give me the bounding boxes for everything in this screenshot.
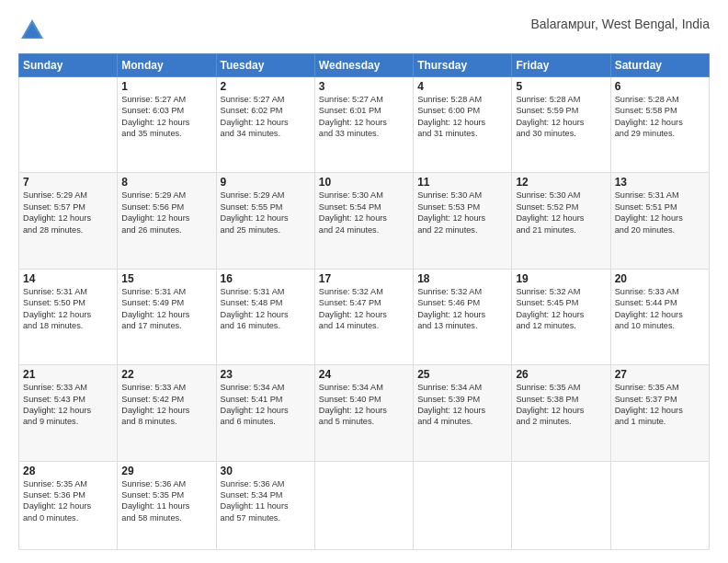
header-row: SundayMondayTuesdayWednesdayThursdayFrid…: [19, 54, 710, 77]
day-number: 2: [221, 80, 311, 93]
sub-title: Balarамpur, West Bengal, India: [530, 17, 710, 31]
page: Balarамpur, West Bengal, India SundayMon…: [0, 0, 728, 563]
day-number: 14: [23, 272, 113, 285]
cell-content: Sunrise: 5:33 AM Sunset: 5:44 PM Dayligh…: [615, 286, 705, 332]
calendar-cell: 2Sunrise: 5:27 AM Sunset: 6:02 PM Daylig…: [216, 77, 314, 173]
day-number: 6: [615, 80, 705, 93]
day-number: 22: [121, 368, 211, 381]
day-number: 23: [221, 368, 311, 381]
cell-content: Sunrise: 5:34 AM Sunset: 5:39 PM Dayligh…: [417, 382, 507, 428]
cell-content: Sunrise: 5:35 AM Sunset: 5:36 PM Dayligh…: [23, 478, 113, 524]
cell-content: Sunrise: 5:29 AM Sunset: 5:57 PM Dayligh…: [23, 190, 113, 236]
calendar-cell: 12Sunrise: 5:30 AM Sunset: 5:52 PM Dayli…: [512, 173, 610, 269]
day-number: 4: [417, 80, 507, 93]
day-number: 16: [221, 272, 311, 285]
day-number: 13: [615, 176, 705, 189]
calendar-cell: [19, 77, 118, 173]
day-number: 20: [615, 272, 705, 285]
cell-content: Sunrise: 5:27 AM Sunset: 6:01 PM Dayligh…: [319, 94, 409, 140]
day-header: Wednesday: [314, 54, 413, 77]
header: Balarамpur, West Bengal, India: [18, 17, 710, 44]
day-number: 24: [319, 368, 409, 381]
logo: [18, 17, 51, 44]
day-header: Sunday: [19, 54, 118, 77]
calendar-cell: 27Sunrise: 5:35 AM Sunset: 5:37 PM Dayli…: [610, 365, 709, 461]
day-number: 26: [516, 368, 606, 381]
day-header: Tuesday: [216, 54, 314, 77]
calendar-cell: 15Sunrise: 5:31 AM Sunset: 5:49 PM Dayli…: [118, 269, 216, 364]
calendar-cell: 6Sunrise: 5:28 AM Sunset: 5:58 PM Daylig…: [610, 77, 709, 173]
title-block: Balarамpur, West Bengal, India: [530, 17, 710, 31]
calendar-cell: 3Sunrise: 5:27 AM Sunset: 6:01 PM Daylig…: [314, 77, 413, 173]
cell-content: Sunrise: 5:36 AM Sunset: 5:34 PM Dayligh…: [221, 478, 311, 524]
cell-content: Sunrise: 5:30 AM Sunset: 5:53 PM Dayligh…: [417, 190, 507, 236]
calendar-cell: 29Sunrise: 5:36 AM Sunset: 5:35 PM Dayli…: [118, 461, 216, 549]
cell-content: Sunrise: 5:30 AM Sunset: 5:52 PM Dayligh…: [516, 190, 606, 236]
calendar-cell: 9Sunrise: 5:29 AM Sunset: 5:55 PM Daylig…: [216, 173, 314, 269]
day-number: 19: [516, 272, 606, 285]
svg-rect-2: [27, 35, 38, 38]
calendar-cell: 11Sunrise: 5:30 AM Sunset: 5:53 PM Dayli…: [414, 173, 512, 269]
cell-content: Sunrise: 5:35 AM Sunset: 5:37 PM Dayligh…: [615, 382, 705, 428]
day-number: 3: [319, 80, 409, 93]
calendar-cell: 5Sunrise: 5:28 AM Sunset: 5:59 PM Daylig…: [512, 77, 610, 173]
day-number: 21: [23, 368, 113, 381]
calendar-cell: 26Sunrise: 5:35 AM Sunset: 5:38 PM Dayli…: [512, 365, 610, 461]
calendar-cell: 13Sunrise: 5:31 AM Sunset: 5:51 PM Dayli…: [610, 173, 709, 269]
day-number: 5: [516, 80, 606, 93]
cell-content: Sunrise: 5:34 AM Sunset: 5:40 PM Dayligh…: [319, 382, 409, 428]
calendar-cell: 10Sunrise: 5:30 AM Sunset: 5:54 PM Dayli…: [314, 173, 413, 269]
logo-icon: [18, 17, 46, 44]
calendar-cell: 25Sunrise: 5:34 AM Sunset: 5:39 PM Dayli…: [414, 365, 512, 461]
calendar-cell: 16Sunrise: 5:31 AM Sunset: 5:48 PM Dayli…: [216, 269, 314, 364]
day-number: 27: [615, 368, 705, 381]
calendar-cell: [610, 461, 709, 549]
calendar-cell: 4Sunrise: 5:28 AM Sunset: 6:00 PM Daylig…: [414, 77, 512, 173]
cell-content: Sunrise: 5:33 AM Sunset: 5:42 PM Dayligh…: [121, 382, 211, 428]
day-number: 18: [417, 272, 507, 285]
cell-content: Sunrise: 5:34 AM Sunset: 5:41 PM Dayligh…: [221, 382, 311, 428]
cell-content: Sunrise: 5:36 AM Sunset: 5:35 PM Dayligh…: [121, 478, 211, 524]
calendar-cell: 1Sunrise: 5:27 AM Sunset: 6:03 PM Daylig…: [118, 77, 216, 173]
calendar-cell: 7Sunrise: 5:29 AM Sunset: 5:57 PM Daylig…: [19, 173, 118, 269]
cell-content: Sunrise: 5:28 AM Sunset: 6:00 PM Dayligh…: [417, 94, 507, 140]
cell-content: Sunrise: 5:31 AM Sunset: 5:51 PM Dayligh…: [615, 190, 705, 236]
calendar-cell: 20Sunrise: 5:33 AM Sunset: 5:44 PM Dayli…: [610, 269, 709, 364]
calendar-cell: 30Sunrise: 5:36 AM Sunset: 5:34 PM Dayli…: [216, 461, 314, 549]
cell-content: Sunrise: 5:28 AM Sunset: 5:59 PM Dayligh…: [516, 94, 606, 140]
cell-content: Sunrise: 5:27 AM Sunset: 6:02 PM Dayligh…: [221, 94, 311, 140]
calendar-cell: 22Sunrise: 5:33 AM Sunset: 5:42 PM Dayli…: [118, 365, 216, 461]
day-number: 17: [319, 272, 409, 285]
calendar-cell: 19Sunrise: 5:32 AM Sunset: 5:45 PM Dayli…: [512, 269, 610, 364]
cell-content: Sunrise: 5:32 AM Sunset: 5:47 PM Dayligh…: [319, 286, 409, 332]
calendar-cell: 23Sunrise: 5:34 AM Sunset: 5:41 PM Dayli…: [216, 365, 314, 461]
day-header: Monday: [118, 54, 216, 77]
day-number: 28: [23, 465, 113, 477]
cell-content: Sunrise: 5:31 AM Sunset: 5:50 PM Dayligh…: [23, 286, 113, 332]
day-number: 9: [221, 176, 311, 189]
day-number: 1: [121, 80, 211, 93]
calendar-cell: [512, 461, 610, 549]
day-number: 8: [121, 176, 211, 189]
day-number: 7: [23, 176, 113, 189]
day-number: 30: [221, 465, 311, 477]
calendar-cell: 17Sunrise: 5:32 AM Sunset: 5:47 PM Dayli…: [314, 269, 413, 364]
calendar-cell: 21Sunrise: 5:33 AM Sunset: 5:43 PM Dayli…: [19, 365, 118, 461]
day-number: 10: [319, 176, 409, 189]
calendar-cell: 24Sunrise: 5:34 AM Sunset: 5:40 PM Dayli…: [314, 365, 413, 461]
day-number: 11: [417, 176, 507, 189]
calendar-table: SundayMondayTuesdayWednesdayThursdayFrid…: [18, 53, 710, 550]
calendar-cell: 14Sunrise: 5:31 AM Sunset: 5:50 PM Dayli…: [19, 269, 118, 364]
cell-content: Sunrise: 5:33 AM Sunset: 5:43 PM Dayligh…: [23, 382, 113, 428]
cell-content: Sunrise: 5:35 AM Sunset: 5:38 PM Dayligh…: [516, 382, 606, 428]
cell-content: Sunrise: 5:28 AM Sunset: 5:58 PM Dayligh…: [615, 94, 705, 140]
cell-content: Sunrise: 5:32 AM Sunset: 5:46 PM Dayligh…: [417, 286, 507, 332]
cell-content: Sunrise: 5:31 AM Sunset: 5:48 PM Dayligh…: [221, 286, 311, 332]
cell-content: Sunrise: 5:32 AM Sunset: 5:45 PM Dayligh…: [516, 286, 606, 332]
cell-content: Sunrise: 5:31 AM Sunset: 5:49 PM Dayligh…: [121, 286, 211, 332]
calendar-cell: [314, 461, 413, 549]
day-header: Friday: [512, 54, 610, 77]
calendar-cell: 8Sunrise: 5:29 AM Sunset: 5:56 PM Daylig…: [118, 173, 216, 269]
day-header: Saturday: [610, 54, 709, 77]
day-number: 12: [516, 176, 606, 189]
